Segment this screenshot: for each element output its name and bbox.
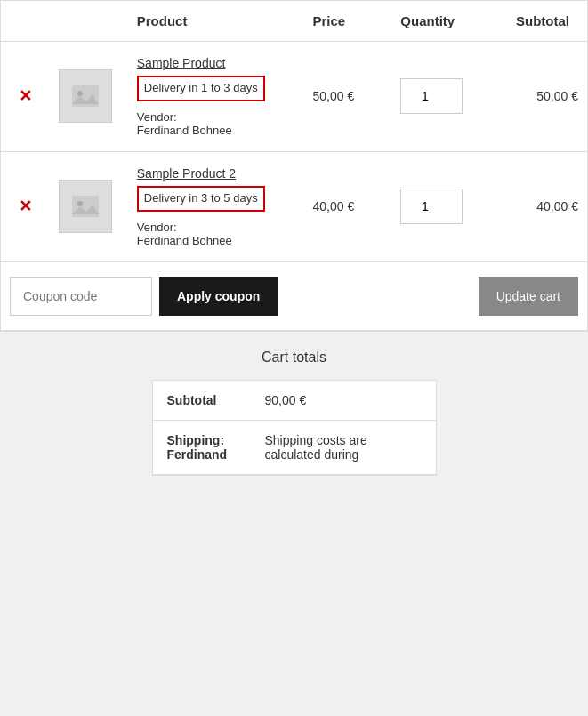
quantity-cell [391, 42, 499, 152]
table-header-row: Product Price Quantity Subtotal [1, 1, 587, 42]
delivery-badge: Delivery in 1 to 3 days [137, 76, 265, 101]
coupon-left: Apply coupon [10, 277, 278, 316]
totals-shipping-value: Shipping costs are calculated during [265, 433, 422, 462]
product-cell: Sample Product Delivery in 1 to 3 days V… [128, 42, 304, 152]
cart-table: Product Price Quantity Subtotal ✕ [1, 1, 587, 262]
image-cell [50, 42, 128, 152]
image-placeholder-icon [69, 80, 101, 112]
svg-point-3 [77, 201, 83, 206]
delivery-badge: Delivery in 3 to 5 days [137, 186, 265, 212]
remove-cell: ✕ [1, 42, 50, 152]
cart-totals-title: Cart totals [0, 350, 588, 366]
image-placeholder-icon [69, 190, 101, 222]
product-image [59, 69, 112, 123]
col-header-subtotal: Subtotal [499, 1, 587, 42]
cart-totals-wrapper: Cart totals Subtotal 90,00 € Shipping: F… [0, 332, 588, 494]
totals-shipping-row: Shipping: Ferdinand Shipping costs are c… [153, 421, 436, 475]
col-header-price: Price [303, 1, 391, 42]
image-cell [50, 151, 128, 261]
cart-table-wrapper: Product Price Quantity Subtotal ✕ [0, 0, 588, 332]
coupon-input[interactable] [10, 277, 152, 316]
totals-subtotal-value: 90,00 € [265, 393, 422, 407]
product-name[interactable]: Sample Product [137, 56, 295, 70]
totals-subtotal-label: Subtotal [167, 393, 265, 407]
table-row: ✕ Sample Product Delivery in 1 to 3 days… [1, 42, 587, 152]
coupon-row: Apply coupon Update cart [1, 262, 587, 331]
remove-cell: ✕ [1, 151, 50, 261]
product-cell: Sample Product 2 Delivery in 3 to 5 days… [128, 151, 304, 261]
subtotal-cell: 50,00 € [499, 42, 587, 152]
price-cell: 40,00 € [303, 151, 391, 261]
table-row: ✕ Sample Product 2 Delivery in 3 to 5 da… [1, 151, 587, 261]
cart-totals-table: Subtotal 90,00 € Shipping: Ferdinand Shi… [152, 380, 437, 476]
col-header-product: Product [128, 1, 304, 42]
remove-item-button[interactable]: ✕ [19, 198, 32, 214]
product-name[interactable]: Sample Product 2 [137, 166, 295, 181]
product-image [59, 180, 112, 233]
quantity-input[interactable] [400, 78, 463, 114]
price-cell: 50,00 € [303, 42, 391, 152]
col-header-remove [1, 1, 50, 42]
vendor-info: Vendor:Ferdinand Bohnee [137, 221, 295, 247]
quantity-cell [391, 151, 499, 261]
totals-subtotal-row: Subtotal 90,00 € [153, 381, 436, 421]
update-cart-button[interactable]: Update cart [479, 277, 578, 316]
remove-item-button[interactable]: ✕ [19, 88, 32, 104]
col-header-image [50, 1, 128, 42]
subtotal-cell: 40,00 € [499, 151, 587, 261]
col-header-quantity: Quantity [391, 1, 499, 42]
apply-coupon-button[interactable]: Apply coupon [159, 277, 278, 316]
totals-shipping-label: Shipping: Ferdinand [167, 433, 265, 462]
svg-point-1 [77, 91, 83, 96]
quantity-input[interactable] [400, 189, 463, 224]
vendor-info: Vendor:Ferdinand Bohnee [137, 110, 295, 137]
